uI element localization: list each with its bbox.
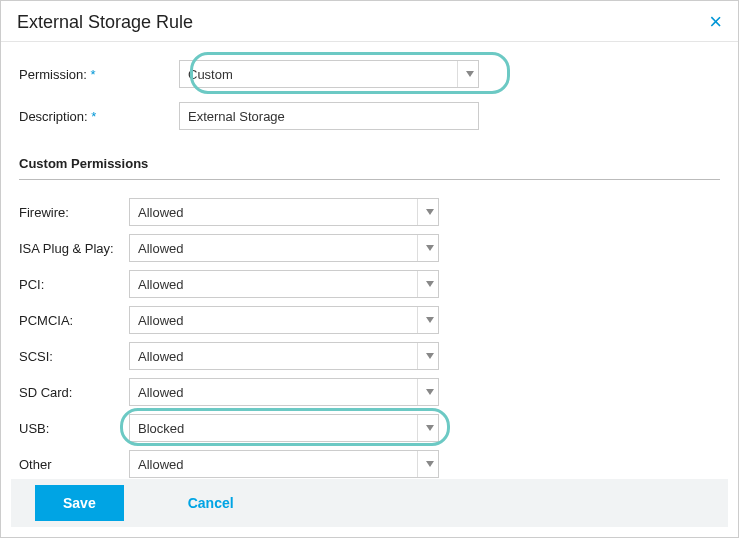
custom-permission-label: SD Card:	[19, 385, 129, 400]
custom-permission-label: ISA Plug & Play:	[19, 241, 129, 256]
custom-permission-label: Other	[19, 457, 129, 472]
custom-permission-row: Firewire:Allowed	[19, 198, 720, 226]
dialog-body: Permission: * Custom Description: * Exte…	[1, 42, 738, 478]
dialog-header: External Storage Rule ×	[1, 1, 738, 42]
custom-permission-value: Allowed	[138, 313, 184, 328]
external-storage-rule-dialog: External Storage Rule × Permission: * Cu…	[0, 0, 739, 538]
permission-select[interactable]: Custom	[179, 60, 479, 88]
description-input-value: External Storage	[188, 109, 285, 124]
permission-row: Permission: * Custom	[19, 60, 720, 88]
custom-permission-value: Allowed	[138, 241, 184, 256]
chevron-down-icon	[457, 61, 474, 87]
description-label: Description: *	[19, 109, 179, 124]
permission-select-value: Custom	[188, 67, 233, 82]
svg-marker-7	[426, 425, 434, 431]
custom-permissions-title: Custom Permissions	[19, 156, 720, 171]
custom-permission-row: PCMCIA:Allowed	[19, 306, 720, 334]
svg-marker-2	[426, 245, 434, 251]
svg-marker-5	[426, 353, 434, 359]
chevron-down-icon	[417, 379, 434, 405]
chevron-down-icon	[417, 307, 434, 333]
custom-permission-row: SCSI:Allowed	[19, 342, 720, 370]
chevron-down-icon	[417, 343, 434, 369]
chevron-down-icon	[417, 451, 434, 477]
custom-permission-row: SD Card:Allowed	[19, 378, 720, 406]
close-icon[interactable]: ×	[709, 11, 722, 33]
custom-permission-select[interactable]: Allowed	[129, 378, 439, 406]
custom-permission-select[interactable]: Allowed	[129, 198, 439, 226]
svg-marker-4	[426, 317, 434, 323]
custom-permission-select[interactable]: Blocked	[129, 414, 439, 442]
custom-permission-select[interactable]: Allowed	[129, 342, 439, 370]
cancel-button[interactable]: Cancel	[160, 485, 262, 521]
custom-permission-label: PCMCIA:	[19, 313, 129, 328]
custom-permission-select[interactable]: Allowed	[129, 234, 439, 262]
custom-permission-row: USB:Blocked	[19, 414, 720, 442]
svg-marker-1	[426, 209, 434, 215]
description-row: Description: * External Storage	[19, 102, 720, 130]
custom-permission-row: ISA Plug & Play:Allowed	[19, 234, 720, 262]
dialog-title: External Storage Rule	[17, 12, 193, 33]
custom-permission-value: Allowed	[138, 385, 184, 400]
dialog-footer: Save Cancel	[11, 479, 728, 527]
chevron-down-icon	[417, 199, 434, 225]
custom-permission-value: Blocked	[138, 421, 184, 436]
custom-permission-value: Allowed	[138, 205, 184, 220]
required-mark: *	[91, 109, 96, 124]
custom-permission-select[interactable]: Allowed	[129, 306, 439, 334]
permission-label: Permission: *	[19, 67, 179, 82]
custom-permissions-list: Firewire:AllowedISA Plug & Play:AllowedP…	[19, 198, 720, 478]
description-input[interactable]: External Storage	[179, 102, 479, 130]
chevron-down-icon	[417, 415, 434, 441]
custom-permission-row: PCI:Allowed	[19, 270, 720, 298]
custom-permission-select[interactable]: Allowed	[129, 270, 439, 298]
custom-permission-value: Allowed	[138, 457, 184, 472]
custom-permission-label: PCI:	[19, 277, 129, 292]
custom-permission-row: OtherAllowed	[19, 450, 720, 478]
svg-marker-0	[466, 71, 474, 77]
custom-permission-value: Allowed	[138, 349, 184, 364]
custom-permission-label: SCSI:	[19, 349, 129, 364]
svg-marker-6	[426, 389, 434, 395]
custom-permission-value: Allowed	[138, 277, 184, 292]
custom-permission-select[interactable]: Allowed	[129, 450, 439, 478]
custom-permission-label: USB:	[19, 421, 129, 436]
divider	[19, 179, 720, 180]
chevron-down-icon	[417, 271, 434, 297]
required-mark: *	[91, 67, 96, 82]
svg-marker-8	[426, 461, 434, 467]
custom-permission-label: Firewire:	[19, 205, 129, 220]
save-button[interactable]: Save	[35, 485, 124, 521]
svg-marker-3	[426, 281, 434, 287]
chevron-down-icon	[417, 235, 434, 261]
